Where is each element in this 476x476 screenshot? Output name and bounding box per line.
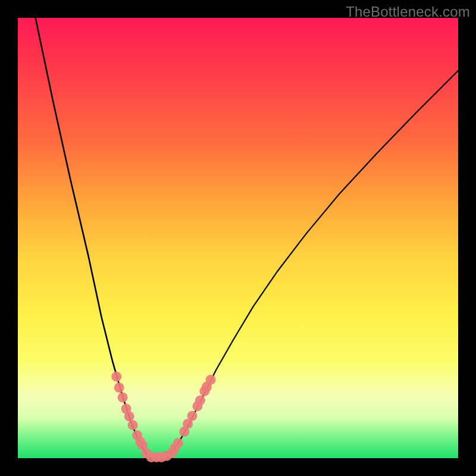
highlight-markers bbox=[111, 372, 215, 462]
chart-frame: TheBottleneck.com bbox=[0, 0, 476, 476]
plot-area bbox=[18, 18, 458, 458]
marker-point bbox=[173, 438, 183, 448]
marker-point bbox=[124, 411, 134, 421]
marker-point bbox=[187, 411, 198, 421]
right-curve bbox=[168, 71, 458, 458]
watermark-text: TheBottleneck.com bbox=[346, 4, 470, 20]
marker-point bbox=[195, 396, 205, 406]
marker-point bbox=[111, 372, 121, 382]
marker-point bbox=[114, 383, 124, 393]
chart-svg bbox=[18, 18, 458, 458]
marker-point bbox=[128, 420, 138, 430]
left-curve bbox=[36, 18, 150, 458]
marker-point bbox=[118, 392, 128, 402]
marker-point bbox=[206, 375, 216, 385]
